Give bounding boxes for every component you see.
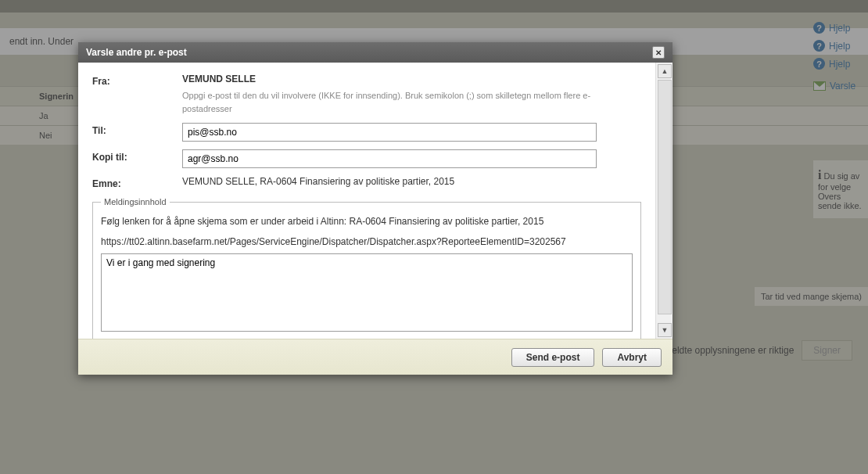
modal-footer: Send e-post Avbryt <box>78 339 673 375</box>
subject-label: Emne: <box>92 176 182 189</box>
message-textarea[interactable] <box>101 253 633 332</box>
modal-title-text: Varsle andre pr. e-post <box>86 47 187 58</box>
from-row: Fra: VEMUND SELLE Oppgi e-post til den d… <box>92 74 641 115</box>
message-url: https://tt02.altinn.basefarm.net/Pages/S… <box>101 236 633 247</box>
message-fieldset: Meldingsinnhold Følg lenken for å åpne s… <box>92 197 641 339</box>
copy-label: Kopi til: <box>92 149 182 163</box>
scroll-up-icon[interactable]: ▲ <box>658 64 672 78</box>
close-icon[interactable]: ✕ <box>652 46 665 59</box>
from-hint: Oppgi e-post til den du vil involvere (I… <box>182 89 597 115</box>
copy-input[interactable] <box>182 149 597 168</box>
to-label: Til: <box>92 123 182 136</box>
send-button[interactable]: Send e-post <box>511 348 595 367</box>
cancel-button[interactable]: Avbryt <box>602 348 662 367</box>
message-legend: Meldingsinnhold <box>101 197 170 206</box>
copy-row: Kopi til: <box>92 149 641 168</box>
modal-titlebar: Varsle andre pr. e-post ✕ <box>78 42 673 63</box>
from-label: Fra: <box>92 74 182 87</box>
message-intro: Følg lenken for å åpne skjema som er und… <box>101 214 633 228</box>
from-value-block: VEMUND SELLE Oppgi e-post til den du vil… <box>182 74 641 115</box>
email-modal: Varsle andre pr. e-post ✕ Fra: VEMUND SE… <box>78 42 673 375</box>
modal-scrollbar[interactable]: ▲ ▼ <box>655 63 673 339</box>
to-input[interactable] <box>182 123 597 142</box>
subject-row: Emne: VEMUND SELLE, RA-0604 Finansiering… <box>92 176 641 189</box>
subject-value: VEMUND SELLE, RA-0604 Finansiering av po… <box>182 176 641 187</box>
modal-scroll-area: Fra: VEMUND SELLE Oppgi e-post til den d… <box>78 63 655 339</box>
scroll-thumb[interactable] <box>658 80 672 314</box>
from-value: VEMUND SELLE <box>182 74 641 84</box>
modal-body: Fra: VEMUND SELLE Oppgi e-post til den d… <box>78 63 673 339</box>
to-row: Til: <box>92 123 641 142</box>
scroll-down-icon[interactable]: ▼ <box>658 323 672 337</box>
